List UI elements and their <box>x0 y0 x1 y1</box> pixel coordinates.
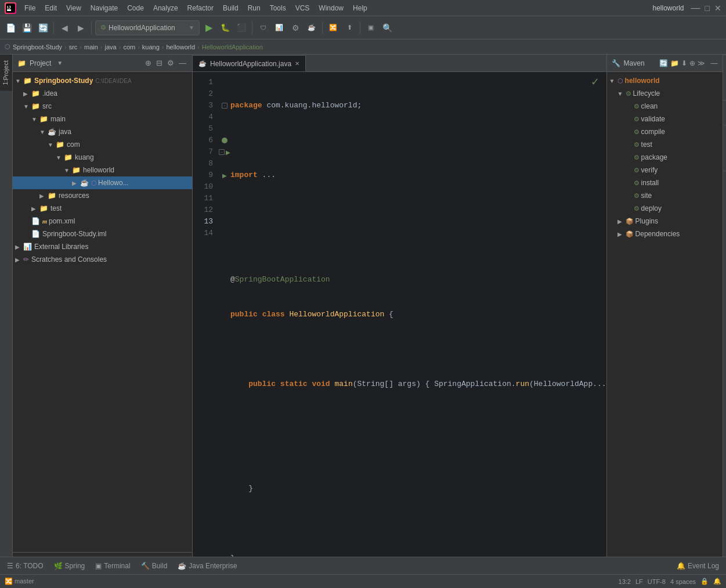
tab-close-btn[interactable]: ✕ <box>295 60 299 67</box>
menu-refactor[interactable]: Refactor <box>184 3 217 13</box>
minimize-btn[interactable]: — <box>691 3 700 13</box>
tree-item-resources[interactable]: ▶ 📁 resources <box>13 189 192 202</box>
menu-tools[interactable]: Tools <box>266 3 290 13</box>
terminal-btn[interactable]: ▣ <box>364 21 378 35</box>
close-btn[interactable]: ✕ <box>714 3 721 13</box>
maven-item-verify[interactable]: ⚙ verify <box>607 164 723 176</box>
coverage-btn[interactable]: 🛡 <box>256 21 270 35</box>
tree-item-java[interactable]: ▼ ☕ java <box>13 125 192 138</box>
maven-download-icon[interactable]: ⬇ <box>681 59 687 67</box>
add-icon[interactable]: ⊕ <box>144 57 153 68</box>
settings-panel-icon[interactable]: ⚙ <box>166 57 175 68</box>
run-btn[interactable]: ▶ <box>202 21 216 35</box>
sync-btn[interactable]: 🔄 <box>36 21 50 35</box>
menu-window[interactable]: Window <box>315 3 347 13</box>
tree-item-pom[interactable]: 📄 𝒎 pom.xml <box>13 215 192 228</box>
maven-item-lifecycle[interactable]: ▼ ⚙ Lifecycle <box>607 87 723 100</box>
line-separator[interactable]: LF <box>635 578 643 585</box>
maven-folder-icon[interactable]: 📁 <box>670 59 679 67</box>
maven-item-validate[interactable]: ⚙ validate <box>607 113 723 125</box>
menu-run[interactable]: Run <box>244 3 264 13</box>
menu-help[interactable]: Help <box>349 3 371 13</box>
arrow-resources[interactable]: ▶ <box>39 193 48 199</box>
save-btn[interactable]: 💾 <box>20 21 34 35</box>
build-tab[interactable]: 🔨 Build <box>136 558 172 573</box>
menu-build[interactable]: Build <box>219 3 242 13</box>
fold-class[interactable]: - <box>219 149 225 155</box>
new-file-btn[interactable]: 📄 <box>3 21 17 35</box>
breadcrumb-root[interactable]: ⬡ <box>5 43 10 50</box>
tree-item-helloworld[interactable]: ▼ 📁 helloworld <box>13 164 192 176</box>
favorites-tab[interactable]: 2: Favorites <box>723 125 726 170</box>
arrow-src[interactable]: ▼ <box>23 103 31 110</box>
cursor-position[interactable]: 13:2 <box>619 578 631 585</box>
spring-tab[interactable]: 🌿 Spring <box>49 558 90 573</box>
run-method-arrow[interactable]: ▶ <box>222 172 227 179</box>
menu-view[interactable]: View <box>63 3 85 13</box>
arrow-kuang[interactable]: ▼ <box>56 154 64 161</box>
tree-item-main[interactable]: ▼ 📁 main <box>13 113 192 125</box>
debug-btn[interactable]: 🐛 <box>218 21 232 35</box>
tree-item-iml[interactable]: 📄 Springboot-Study.iml <box>13 228 192 240</box>
sdk-btn[interactable]: ☕ <box>305 21 319 35</box>
arrow-scratches[interactable]: ▶ <box>15 257 23 263</box>
tree-item-helloworldapp[interactable]: ▶ ☕ ⬡ Hellowo... <box>13 176 192 189</box>
code-content[interactable]: package com.kuang.helloworld; import ...… <box>230 72 606 557</box>
tree-item-root[interactable]: ▼ 📁 Springboot-Study C:\IDEA\IDEA <box>13 74 192 87</box>
settings-btn[interactable]: ⚙ <box>288 21 302 35</box>
arrow-root[interactable]: ▼ <box>15 78 23 84</box>
database-tab[interactable]: Database <box>723 171 726 210</box>
run-gutter-arrow[interactable]: ▶ <box>226 149 230 156</box>
maven-item-plugins[interactable]: ▶ 📦 Plugins <box>607 215 723 228</box>
tree-item-test[interactable]: ▶ 📁 test <box>13 202 192 215</box>
encoding[interactable]: UTF-8 <box>648 578 666 585</box>
terminal-tab[interactable]: ▣ Terminal <box>91 558 135 573</box>
maven-panel-minimize[interactable]: — <box>711 59 718 67</box>
breadcrumb-file[interactable]: HelloworldApplication <box>202 44 263 50</box>
breadcrumb-java[interactable]: java <box>105 44 117 50</box>
search-btn[interactable]: 🔍 <box>380 21 394 35</box>
breadcrumb-kuang[interactable]: kuang <box>142 44 160 50</box>
structure-tab[interactable]: 7: Structure <box>723 55 726 100</box>
arrow-test[interactable]: ▶ <box>31 205 39 212</box>
menu-file[interactable]: File <box>21 3 39 13</box>
maximize-btn[interactable]: □ <box>705 3 710 13</box>
code-area[interactable]: 1 2 3 4 5 6 7 8 9 10 11 12 13 14 <box>193 72 606 557</box>
collapse-all-icon[interactable]: ⊟ <box>155 57 164 68</box>
indent-info[interactable]: 4 spaces <box>670 578 696 585</box>
web-tab[interactable]: Web <box>723 100 726 125</box>
stop-btn[interactable]: ⬛ <box>234 21 248 35</box>
maven-item-compile[interactable]: ⚙ compile <box>607 125 723 138</box>
tree-item-com[interactable]: ▼ 📁 com <box>13 138 192 151</box>
tree-item-scratches[interactable]: ▶ ✏ Scratches and Consoles <box>13 253 192 266</box>
maven-item-root[interactable]: ▼ ⬡ helloworld <box>607 74 723 87</box>
project-panel-tab[interactable]: 1:Project <box>0 55 12 91</box>
arrow-ext-libs[interactable]: ▶ <box>15 244 23 250</box>
maven-add-icon[interactable]: ⊕ <box>689 59 695 67</box>
notifications-icon[interactable]: 🔔 <box>713 578 721 585</box>
arrow-idea[interactable]: ▶ <box>23 91 31 97</box>
maven-item-dependencies[interactable]: ▶ 📦 Dependencies <box>607 228 723 240</box>
breadcrumb-src[interactable]: src <box>69 44 78 50</box>
maven-item-install[interactable]: ⚙ install <box>607 176 723 189</box>
fold-import[interactable]: - <box>222 103 227 109</box>
close-panel-icon[interactable]: — <box>178 57 187 68</box>
tree-item-src[interactable]: ▼ 📁 src <box>13 100 192 113</box>
menu-edit[interactable]: Edit <box>41 3 60 13</box>
breadcrumb-main[interactable]: main <box>84 44 98 50</box>
back-btn[interactable]: ◀ <box>57 21 71 35</box>
tree-item-external-libs[interactable]: ▶ 📊 External Libraries <box>13 240 192 253</box>
arrow-java[interactable]: ▼ <box>39 129 48 135</box>
annotation-marker[interactable] <box>222 138 227 143</box>
maven-item-package[interactable]: ⚙ package <box>607 151 723 164</box>
todo-tab[interactable]: ☰ 6: TODO <box>2 558 48 573</box>
maven-item-clean[interactable]: ⚙ clean <box>607 100 723 113</box>
tree-item-idea[interactable]: ▶ 📁 .idea <box>13 87 192 100</box>
arrow-helloworldapp[interactable]: ▶ <box>72 180 80 186</box>
project-scrollbar[interactable] <box>13 552 192 557</box>
maven-item-site[interactable]: ⚙ site <box>607 189 723 202</box>
breadcrumb-helloworld[interactable]: helloworld <box>167 44 196 50</box>
tree-item-kuang[interactable]: ▼ 📁 kuang <box>13 151 192 164</box>
vcs-btn[interactable]: 🔀 <box>326 21 340 35</box>
breadcrumb-com[interactable]: com <box>123 44 135 50</box>
